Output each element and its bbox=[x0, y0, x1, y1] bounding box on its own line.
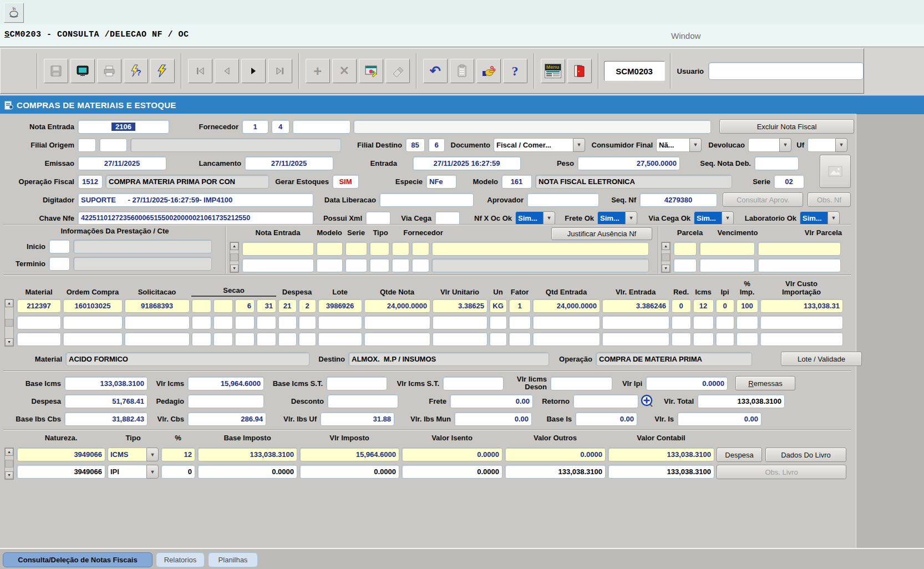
filial-destino-2-field[interactable]: 6 bbox=[428, 138, 445, 152]
frete-field[interactable]: 0.00 bbox=[450, 394, 533, 408]
cell[interactable] bbox=[693, 332, 714, 346]
scroll-down-icon[interactable]: ▼ bbox=[5, 338, 13, 346]
cell-qtde-nota[interactable]: 24,000.0000 bbox=[364, 299, 430, 313]
cell[interactable] bbox=[532, 316, 600, 329]
tab-consulta-delecao[interactable]: Consulta/Deleção de Notas Fiscais bbox=[3, 552, 153, 567]
query-help-button[interactable]: ? bbox=[124, 59, 148, 83]
cell[interactable] bbox=[17, 332, 61, 346]
chevron-down-icon[interactable]: ▼ bbox=[146, 448, 159, 461]
seq-nota-deb-field[interactable] bbox=[754, 156, 799, 170]
base-imposto-field[interactable]: 133,038.3100 bbox=[197, 448, 297, 461]
chevron-down-icon[interactable]: ▼ bbox=[835, 138, 847, 152]
valor-outros-field[interactable]: 0.0000 bbox=[505, 448, 606, 461]
chevron-down-icon[interactable]: ▼ bbox=[722, 211, 734, 225]
scroll-thumb[interactable] bbox=[230, 253, 238, 261]
retorno-add-button[interactable] bbox=[639, 394, 654, 408]
ausencia-serie-field[interactable] bbox=[345, 258, 367, 272]
cell[interactable] bbox=[602, 316, 669, 329]
scroll-down-icon[interactable]: ▼ bbox=[5, 471, 13, 479]
chevron-down-icon[interactable]: ▼ bbox=[827, 211, 840, 225]
especie-field[interactable]: NFe bbox=[426, 175, 456, 189]
cell[interactable] bbox=[736, 332, 758, 346]
scroll-thumb[interactable] bbox=[5, 460, 13, 468]
cell-material[interactable]: 212397 bbox=[17, 299, 61, 313]
ausencia-tipo-field[interactable] bbox=[369, 258, 389, 272]
cell[interactable] bbox=[509, 316, 531, 329]
cell[interactable] bbox=[715, 316, 734, 329]
nav-prev-button[interactable] bbox=[215, 59, 239, 83]
vlr-icms-field[interactable]: 15,964.6000 bbox=[187, 377, 264, 390]
tab-planilhas[interactable]: Planilhas bbox=[208, 552, 258, 567]
nota-entrada-field[interactable]: 2106 bbox=[78, 120, 169, 134]
chevron-down-icon[interactable]: ▼ bbox=[543, 211, 555, 225]
consumidor-final-combo[interactable]: Nã... ▼ bbox=[656, 138, 702, 152]
filial-origem-1-field[interactable] bbox=[78, 138, 96, 152]
cell[interactable] bbox=[298, 316, 316, 329]
usuario-input[interactable] bbox=[708, 62, 864, 80]
cell[interactable] bbox=[364, 332, 430, 346]
cell[interactable] bbox=[191, 316, 211, 329]
frete-ok-combo[interactable]: Sim...▼ bbox=[597, 211, 637, 225]
despesa-button[interactable]: Despesa bbox=[717, 448, 762, 462]
base-ibs-cbs-field[interactable]: 31,882.43 bbox=[64, 412, 148, 426]
menu-item-window[interactable]: Window bbox=[671, 31, 700, 40]
chevron-down-icon[interactable]: ▼ bbox=[779, 138, 791, 152]
cell-lote[interactable]: 3986926 bbox=[318, 299, 362, 313]
ausencia-nota-field[interactable] bbox=[242, 258, 314, 272]
tipo-combo[interactable]: IPI▼ bbox=[108, 465, 159, 479]
natureza-field[interactable]: 3949066 bbox=[17, 448, 105, 461]
tab-relatorios[interactable]: Relatorios bbox=[156, 552, 205, 567]
retorno-field[interactable] bbox=[573, 394, 638, 408]
cell[interactable] bbox=[760, 316, 843, 329]
menu-button[interactable]: Menu bbox=[541, 59, 565, 83]
modelo-code-field[interactable]: 161 bbox=[501, 175, 532, 189]
pedagio-field[interactable] bbox=[187, 394, 264, 408]
cell[interactable] bbox=[532, 332, 600, 346]
scroll-up-icon[interactable]: ▲ bbox=[5, 448, 13, 456]
cell[interactable] bbox=[191, 332, 211, 346]
tipo-combo[interactable]: ICMS▼ bbox=[108, 448, 159, 462]
ausencia-modelo-field[interactable] bbox=[316, 258, 343, 272]
fornecedor-code3-field[interactable] bbox=[292, 120, 351, 134]
cell[interactable] bbox=[63, 316, 123, 329]
help-button[interactable]: ? bbox=[503, 59, 527, 83]
laboratorio-ok-combo[interactable]: Sim...▼ bbox=[800, 211, 840, 225]
cell[interactable] bbox=[364, 316, 430, 329]
fornecedor-code2-field[interactable]: 4 bbox=[271, 120, 290, 134]
parcela-field[interactable] bbox=[673, 258, 697, 272]
inicio-code-field[interactable] bbox=[49, 240, 70, 253]
possui-xml-field[interactable] bbox=[365, 211, 390, 225]
natureza-field[interactable]: 3949066 bbox=[17, 465, 105, 479]
cell[interactable] bbox=[489, 316, 507, 329]
cell[interactable] bbox=[63, 332, 123, 346]
cell-imp[interactable]: 100 bbox=[736, 299, 758, 313]
lote-validade-button[interactable]: Lote / Validade bbox=[781, 352, 862, 366]
filial-origem-2-field[interactable] bbox=[99, 138, 127, 152]
justificar-ausencia-button[interactable]: Justificar Ausência Nf bbox=[551, 227, 652, 240]
cell-ordem[interactable]: 160103025 bbox=[63, 299, 123, 313]
nf-x-oc-ok-combo[interactable]: Sim...▼ bbox=[515, 211, 555, 225]
uf-combo[interactable]: ▼ bbox=[808, 138, 847, 152]
cell[interactable] bbox=[298, 332, 316, 346]
cell-secao-3[interactable]: 6 bbox=[235, 299, 255, 313]
chevron-down-icon[interactable]: ▼ bbox=[146, 465, 159, 479]
vlr-parcela-field[interactable] bbox=[758, 242, 841, 256]
valor-contabil-field[interactable]: 133,038.3100 bbox=[608, 465, 714, 479]
excluir-nota-fiscal-button[interactable]: Excluir Nota Fiscal bbox=[719, 119, 854, 134]
pct-field[interactable]: 12 bbox=[161, 448, 195, 461]
ausencia-forn1-field[interactable] bbox=[392, 242, 409, 256]
seq-nf-field[interactable]: 4279380 bbox=[639, 193, 717, 207]
vencimento-field[interactable] bbox=[699, 258, 755, 272]
remessas-button[interactable]: Remessas bbox=[735, 376, 795, 390]
scroll-down-icon[interactable]: ▼ bbox=[230, 265, 238, 272]
ausencia-fornecedor-field[interactable] bbox=[431, 242, 649, 256]
undo-button[interactable]: ↶ bbox=[423, 59, 448, 83]
cell[interactable] bbox=[432, 332, 488, 346]
emissao-field[interactable]: 27/11/2025 bbox=[78, 156, 166, 170]
cell-despesa-2[interactable]: 2 bbox=[298, 299, 316, 313]
itens-scrollbar[interactable]: ▲▼ bbox=[4, 299, 14, 347]
vlr-cbs-field[interactable]: 286.94 bbox=[187, 412, 266, 426]
peso-field[interactable]: 27,500.0000 bbox=[577, 156, 680, 170]
cell[interactable] bbox=[318, 332, 362, 346]
desconto-field[interactable] bbox=[327, 394, 398, 408]
